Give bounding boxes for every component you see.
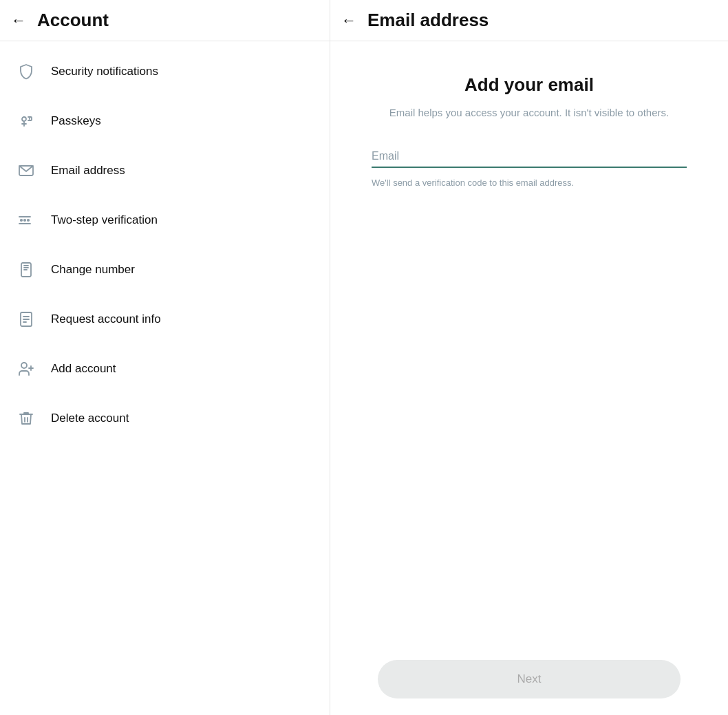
menu-label-security-notifications: Security notifications: [51, 65, 158, 78]
menu-item-two-step-verification[interactable]: Two-step verification: [0, 195, 330, 245]
right-panel-title: Email address: [367, 10, 489, 31]
right-content: Add your email Email helps you access yo…: [330, 41, 728, 643]
person-add-icon: [14, 356, 39, 381]
email-icon: [14, 158, 39, 183]
menu-label-add-account: Add account: [51, 362, 116, 376]
menu-item-passkeys[interactable]: Passkeys: [0, 96, 330, 146]
svg-point-3: [21, 220, 22, 221]
next-button[interactable]: Next: [378, 660, 681, 698]
right-header: ← Email address: [330, 0, 728, 41]
shield-icon: [14, 59, 39, 84]
menu-label-email-address: Email address: [51, 164, 125, 178]
email-form-title: Add your email: [464, 74, 594, 96]
svg-point-4: [24, 220, 25, 221]
left-panel: ← Account Security notifications: [0, 0, 330, 715]
menu-item-add-account[interactable]: Add account: [0, 344, 330, 394]
left-header: ← Account: [0, 0, 330, 41]
email-form-subtitle: Email helps you access your account. It …: [389, 105, 669, 121]
lock-dots-icon: [14, 208, 39, 233]
email-input-container: [372, 146, 687, 168]
menu-item-security-notifications[interactable]: Security notifications: [0, 47, 330, 96]
svg-point-16: [21, 363, 27, 368]
document-icon: [14, 307, 39, 332]
passkey-icon: [14, 109, 39, 134]
left-panel-title: Account: [37, 10, 109, 31]
menu-item-delete-account[interactable]: Delete account: [0, 394, 330, 443]
svg-point-5: [28, 220, 29, 221]
right-back-button[interactable]: ←: [341, 13, 356, 28]
menu-label-change-number: Change number: [51, 263, 135, 277]
menu-label-request-account-info: Request account info: [51, 312, 161, 326]
menu-item-email-address[interactable]: Email address: [0, 146, 330, 195]
menu-label-delete-account: Delete account: [51, 412, 129, 425]
trash-icon: [14, 406, 39, 431]
email-hint-text: We'll send a verification code to this e…: [372, 176, 687, 190]
account-menu-list: Security notifications Passkeys: [0, 41, 330, 449]
menu-item-request-account-info[interactable]: Request account info: [0, 295, 330, 344]
right-panel: ← Email address Add your email Email hel…: [330, 0, 728, 715]
left-back-button[interactable]: ←: [11, 13, 26, 28]
bottom-bar: Next: [330, 643, 728, 715]
phone-change-icon: [14, 257, 39, 282]
menu-label-two-step-verification: Two-step verification: [51, 213, 158, 227]
email-input[interactable]: [372, 146, 687, 168]
menu-label-passkeys: Passkeys: [51, 114, 101, 128]
menu-item-change-number[interactable]: Change number: [0, 245, 330, 295]
